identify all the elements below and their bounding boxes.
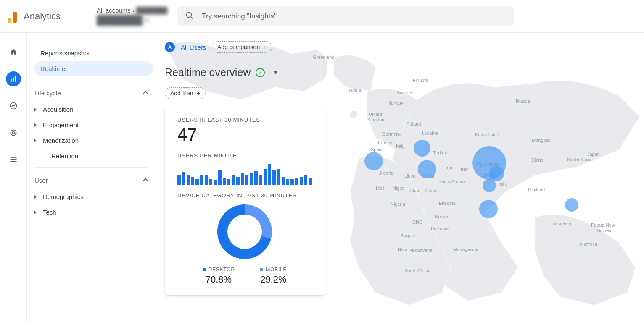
bar — [264, 169, 267, 185]
svg-rect-10 — [10, 161, 16, 162]
bar — [250, 173, 253, 185]
map-country-label: United — [369, 112, 382, 117]
map-country-label: DRC — [412, 220, 422, 225]
legend-desktop: DESKTOP 70.8% — [203, 267, 235, 285]
nav-retention[interactable]: Retention — [34, 148, 153, 164]
bar — [286, 179, 289, 185]
bar — [218, 170, 222, 185]
bar — [304, 175, 307, 185]
bar — [236, 177, 240, 185]
rail-configure-icon[interactable] — [6, 152, 21, 167]
map-country-label: Iceland — [348, 87, 362, 92]
map-country-label: Madagascar — [453, 247, 479, 252]
svg-rect-2 — [11, 79, 12, 82]
map-activity-bubble[interactable] — [565, 198, 578, 212]
breadcrumb-all-accounts: All accounts — [97, 7, 131, 14]
nav-acquisition[interactable]: Acquisition — [34, 102, 153, 117]
nav-monetization[interactable]: Monetization — [34, 133, 153, 148]
card-label-users-per-min: USERS PER MINUTE — [177, 152, 312, 159]
comparison-header: A All Users Add comparison + — [165, 41, 272, 53]
map-country-label: Germany — [382, 131, 401, 136]
caret-right-icon — [34, 139, 38, 142]
bar — [295, 178, 298, 185]
map-country-label: Chad — [409, 188, 420, 193]
caret-right-icon — [34, 195, 38, 199]
add-comparison-button[interactable]: Add comparison + — [212, 41, 272, 53]
map-country-label: Thailand — [527, 187, 545, 192]
svg-point-0 — [187, 12, 192, 17]
nav-section-lifecycle[interactable]: Life cycle — [34, 85, 153, 102]
map-country-label: Ukraine — [422, 131, 438, 136]
map-activity-bubble[interactable] — [418, 160, 436, 178]
device-donut-chart — [177, 204, 312, 259]
map-country-label: Nigeria — [391, 202, 405, 207]
bar — [277, 169, 280, 185]
logo-section[interactable]: Analytics — [7, 10, 87, 23]
bar — [282, 177, 285, 185]
breadcrumb-account-blurred: ███████ — [136, 7, 167, 14]
rail-reports-icon[interactable] — [6, 71, 21, 86]
bar — [272, 170, 276, 185]
bar — [300, 177, 303, 185]
rail-explore-icon[interactable] — [6, 98, 21, 113]
bar — [259, 175, 262, 185]
map-activity-bubble[interactable] — [364, 152, 383, 170]
map-country-label: Sudan — [424, 188, 438, 193]
status-ok-icon[interactable]: ✓ — [256, 68, 265, 77]
dropdown-caret-icon: ▾ — [145, 16, 148, 24]
map-country-label: South Korea — [567, 157, 593, 162]
search-bar[interactable] — [177, 6, 514, 26]
card-users-count: 47 — [177, 125, 312, 145]
svg-point-7 — [12, 132, 14, 134]
rail-advertising-icon[interactable] — [6, 125, 21, 140]
bar — [309, 178, 312, 185]
map-activity-bubble[interactable] — [483, 179, 496, 192]
bar — [227, 179, 230, 185]
map-country-label: Spain — [371, 147, 383, 152]
segment-all-users[interactable]: All Users — [181, 44, 206, 51]
nav-engagement[interactable]: Engagement — [34, 117, 153, 133]
nav-section-label: Life cycle — [34, 89, 61, 97]
nav-reports-snapshot[interactable]: Reports snapshot — [34, 45, 153, 61]
map-country-label: Norway — [388, 100, 403, 105]
svg-rect-3 — [13, 78, 14, 82]
map-country-label: Niger — [393, 186, 404, 191]
header-divider — [165, 59, 644, 59]
svg-rect-9 — [10, 159, 16, 160]
nav-separator — [34, 167, 147, 168]
map-country-label: Mongolia — [532, 138, 551, 143]
bar — [209, 179, 212, 185]
rail-home-icon[interactable] — [6, 45, 21, 60]
nav-section-user[interactable]: User — [34, 173, 153, 189]
search-input[interactable] — [202, 12, 506, 21]
top-bar: Analytics All accounts › ███████ ███████… — [0, 0, 644, 33]
map-country-label: Iraq — [446, 165, 454, 170]
add-filter-button[interactable]: Add filter + — [165, 87, 206, 99]
title-dropdown-button[interactable]: ▾ — [270, 67, 282, 78]
nav-section-label: User — [34, 177, 48, 184]
map-country-label: Russia — [516, 99, 530, 104]
map-country-label: Indonesia — [551, 221, 571, 226]
map-activity-bubble[interactable] — [479, 200, 498, 218]
breadcrumb[interactable]: All accounts › ███████ ███████ ▾ — [97, 7, 167, 26]
map-country-label: Angola — [401, 233, 415, 238]
bar — [191, 177, 194, 185]
chevron-up-icon — [143, 91, 148, 95]
nav-demographics[interactable]: Demographics — [34, 189, 153, 204]
bar — [177, 175, 181, 185]
search-icon — [185, 11, 194, 22]
breadcrumb-property-blurred: ███████ — [97, 15, 143, 26]
bar — [223, 178, 226, 185]
map-country-label: Finland — [413, 78, 428, 83]
realtime-card: USERS IN LAST 30 MINUTES 47 USERS PER MI… — [165, 105, 325, 295]
nav-realtime[interactable]: Realtime — [34, 61, 153, 76]
map-country-label: Algeria — [379, 170, 393, 175]
device-legend: DESKTOP 70.8% MOBILE 29.2% — [177, 267, 312, 285]
nav-tech[interactable]: Tech — [34, 204, 153, 220]
bar — [200, 175, 203, 185]
legend-desktop-value: 70.8% — [203, 274, 235, 285]
svg-rect-4 — [15, 76, 16, 81]
map-activity-bubble[interactable] — [414, 140, 430, 157]
legend-mobile: MOBILE 29.2% — [260, 267, 287, 285]
map-country-label: Iran — [461, 167, 469, 172]
